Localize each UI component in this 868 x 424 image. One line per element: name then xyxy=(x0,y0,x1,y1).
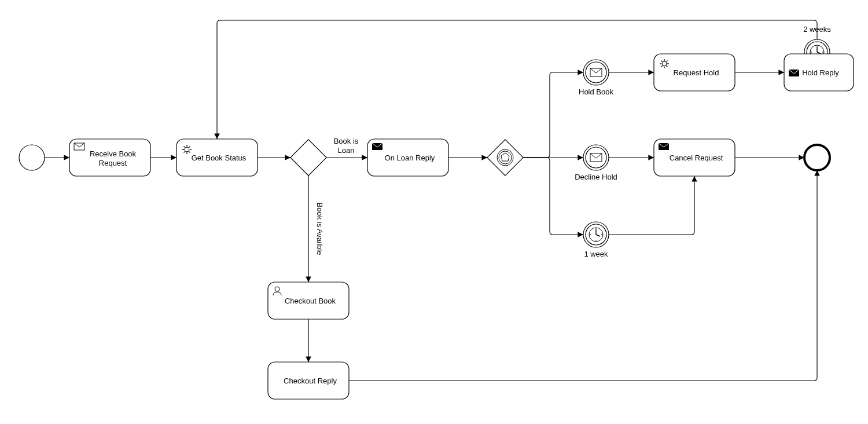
hold-book-event[interactable]: Hold Book xyxy=(579,60,613,96)
svg-rect-2 xyxy=(290,140,326,176)
hold-reply-label: Hold Reply xyxy=(802,68,839,77)
checkout-book-task[interactable]: Checkout Book xyxy=(268,282,349,319)
get-book-status-label: Get Book Status xyxy=(192,153,247,162)
edge-checkoutreply-to-end xyxy=(349,170,817,381)
edge-evgateway-to-1week xyxy=(523,158,583,235)
event-based-gateway[interactable] xyxy=(487,140,523,176)
request-hold-label: Request Hold xyxy=(674,68,719,77)
checkout-reply-task[interactable]: Checkout Reply xyxy=(268,362,349,399)
bpmn-diagram: Hold Book Decline Hold 1 week 2 weeks xyxy=(0,0,868,424)
end-event[interactable] xyxy=(804,145,830,170)
on-loan-reply-label: On Loan Reply xyxy=(385,153,435,162)
on-loan-reply-task[interactable]: On Loan Reply xyxy=(367,139,448,176)
edge-label-book-is-available: Book is Availble xyxy=(315,203,324,255)
decline-hold-label: Decline Hold xyxy=(575,173,617,181)
hold-book-label: Hold Book xyxy=(579,87,613,96)
exclusive-gateway[interactable] xyxy=(290,140,326,176)
start-event[interactable] xyxy=(19,145,45,170)
envelope-filled-icon xyxy=(789,70,799,76)
checkout-reply-label: Checkout Reply xyxy=(284,377,337,385)
one-week-timer-event[interactable]: 1 week xyxy=(583,222,609,258)
edge-label-book-is-loan: Book isLoan xyxy=(334,137,359,155)
decline-hold-event[interactable]: Decline Hold xyxy=(575,145,617,181)
envelope-icon xyxy=(74,143,84,150)
cancel-request-task[interactable]: Cancel Request xyxy=(654,139,735,176)
hold-reply-task[interactable]: Hold Reply xyxy=(784,54,854,91)
svg-rect-3 xyxy=(487,140,523,176)
envelope-filled-icon xyxy=(659,143,669,150)
envelope-filled-icon xyxy=(372,143,382,150)
receive-book-request-task[interactable]: Receive BookRequest xyxy=(69,139,150,176)
svg-point-1 xyxy=(804,145,830,170)
edge-evgateway-to-holdbook xyxy=(523,72,583,158)
cancel-request-label: Cancel Request xyxy=(670,153,723,162)
edge-1week-to-cancel xyxy=(609,176,694,235)
one-week-label: 1 week xyxy=(584,250,608,258)
get-book-status-task[interactable]: Get Book Status xyxy=(176,139,258,176)
checkout-book-label: Checkout Book xyxy=(285,297,336,305)
svg-point-0 xyxy=(19,145,45,170)
request-hold-task[interactable]: Request Hold xyxy=(654,54,735,91)
